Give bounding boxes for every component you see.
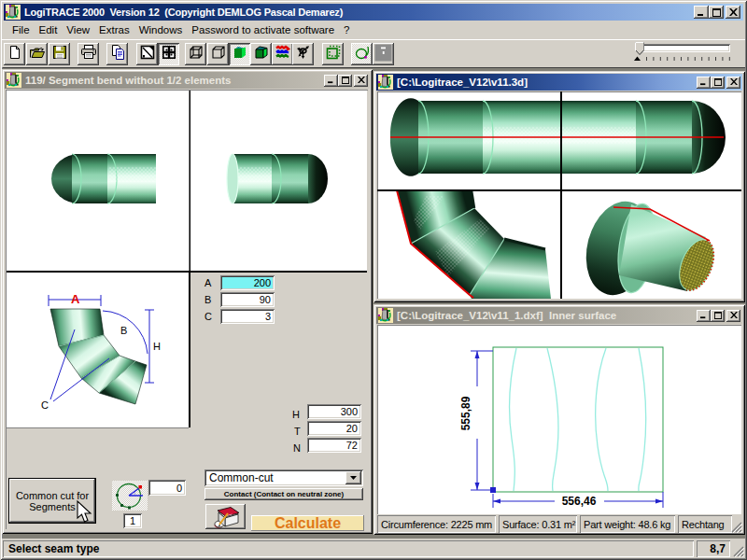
rotate-3d-icon xyxy=(296,45,311,63)
combo-value: Common-cut xyxy=(209,471,274,484)
win1-close-button[interactable] xyxy=(354,75,368,87)
win3-title: [C:\Logitrace_V12\v11_1.dxf] Inner surfa… xyxy=(397,310,616,321)
win1-diagram-canvas[interactable]: A B H C xyxy=(7,273,189,427)
menu-help[interactable]: ? xyxy=(339,22,354,38)
copy-icon xyxy=(110,45,125,63)
win2-close-button[interactable] xyxy=(726,77,740,89)
zoom-slider-track[interactable] xyxy=(639,44,730,52)
win2-maximize-button[interactable] xyxy=(711,77,725,89)
win2-content[interactable] xyxy=(377,91,741,299)
count-input[interactable]: 1 xyxy=(123,513,142,528)
win2-title-bar[interactable]: [C:\Logitrace_V12\v11.3d] xyxy=(376,74,742,91)
win3-status-surface: Surface: 0.31 m² xyxy=(499,515,577,533)
svg-text:555,89: 555,89 xyxy=(459,396,472,430)
cube-solid-button[interactable] xyxy=(250,43,272,65)
label-h: H xyxy=(292,409,300,420)
minimize-icon xyxy=(328,77,335,84)
minimize-button[interactable] xyxy=(694,6,709,19)
menu-file[interactable]: File xyxy=(7,22,35,38)
win1-minimize-button[interactable] xyxy=(324,75,338,87)
input-a[interactable]: 200 xyxy=(220,275,275,290)
single-view-button[interactable] xyxy=(136,43,158,65)
rotate-3d-button[interactable] xyxy=(292,43,314,65)
win3-title-bar[interactable]: [C:\Logitrace_V12\v11_1.dxf] Inner surfa… xyxy=(376,307,742,324)
app-logo-icon xyxy=(6,5,21,20)
win2-3d-views xyxy=(377,91,741,299)
copy-button[interactable] xyxy=(106,43,128,65)
unfold-ellipse-button[interactable] xyxy=(351,43,373,65)
input-n[interactable]: 72 xyxy=(307,438,361,453)
close-icon xyxy=(730,312,738,319)
angle-input[interactable]: 0 xyxy=(148,480,186,496)
cube-wireframe-button[interactable] xyxy=(185,43,206,65)
win1-elbow-diagram: A B H C xyxy=(7,273,189,427)
angle-circle-widget[interactable] xyxy=(112,481,148,511)
toolbar xyxy=(2,39,745,68)
cube-hidden-lines-button[interactable] xyxy=(207,43,229,65)
label-t: T xyxy=(294,426,301,437)
menu-windows[interactable]: Windows xyxy=(134,22,188,38)
four-pane-view-button[interactable] xyxy=(158,43,179,65)
menu-edit[interactable]: Edit xyxy=(35,22,63,38)
close-button[interactable] xyxy=(726,6,740,19)
maximize-icon xyxy=(712,8,721,17)
input-h[interactable]: 300 xyxy=(307,404,361,419)
zoom-region-button[interactable] xyxy=(322,43,344,65)
status-resize-grip[interactable] xyxy=(732,545,744,557)
caption-buttons xyxy=(697,74,740,91)
print-button[interactable] xyxy=(78,43,99,65)
save-button[interactable] xyxy=(49,43,70,65)
unfold-ellipse-icon xyxy=(355,45,370,63)
input-c[interactable]: 3 xyxy=(220,309,275,324)
win2-minimize-button[interactable] xyxy=(697,77,711,89)
win3-status-bar: Circumference: 2225 mm Surface: 0.31 m² … xyxy=(377,515,741,533)
material-waves-button[interactable] xyxy=(272,43,293,65)
win1-title-bar[interactable]: 119/ Segment bend without 1/2 elements xyxy=(5,72,370,89)
save-icon xyxy=(52,45,67,63)
maximize-button[interactable] xyxy=(709,6,724,19)
toggle-panel-icon xyxy=(374,44,392,65)
cube-solid-icon xyxy=(254,45,269,63)
menu-extras[interactable]: Extras xyxy=(94,22,134,38)
win3-resize-grip[interactable] xyxy=(730,521,742,533)
label-a: A xyxy=(204,277,211,288)
win3-icon xyxy=(378,308,393,323)
win3-maximize-button[interactable] xyxy=(711,310,725,322)
win1-divider-vertical xyxy=(189,273,190,427)
maximize-icon xyxy=(714,78,722,86)
notebook-button[interactable] xyxy=(205,504,246,529)
contact-button[interactable]: Contact (Contact on neutral zone) xyxy=(204,488,363,500)
mouse-cursor xyxy=(76,500,94,525)
close-icon xyxy=(730,78,738,86)
menu-view[interactable]: View xyxy=(62,22,94,38)
win1-canvas-bottom-edge xyxy=(7,427,189,428)
minimize-icon xyxy=(698,8,706,17)
cube-shaded-icon xyxy=(233,45,247,63)
svg-text:B: B xyxy=(120,325,127,336)
input-t[interactable]: 20 xyxy=(307,421,361,436)
win1-view-canvas[interactable] xyxy=(7,91,367,271)
combo-dropdown-arrow[interactable] xyxy=(345,471,361,484)
win2-icon xyxy=(378,75,393,90)
win3-minimize-button[interactable] xyxy=(697,310,711,322)
toggle-panel-button[interactable] xyxy=(373,43,394,65)
cube-shaded-button[interactable] xyxy=(229,43,250,65)
calculate-button[interactable]: Calculate xyxy=(251,515,364,531)
win3-content[interactable]: 555,89 556,46 xyxy=(377,325,741,514)
seam-type-combobox[interactable]: Common-cut xyxy=(204,469,363,486)
win3-close-button[interactable] xyxy=(726,310,740,322)
cube-wireframe-icon xyxy=(189,45,204,63)
open-button[interactable] xyxy=(26,43,48,65)
new-document-icon xyxy=(7,45,22,63)
caption-buttons xyxy=(324,72,368,89)
application-window: LogiTRACE 2000 Version 12 (Copyright DEM… xyxy=(0,0,747,560)
menu-password[interactable]: Password to activate software xyxy=(187,22,339,38)
new-document-button[interactable] xyxy=(4,43,25,65)
close-icon xyxy=(358,77,365,84)
win1-maximize-button[interactable] xyxy=(338,75,352,87)
main-title-bar: LogiTRACE 2000 Version 12 (Copyright DEM… xyxy=(4,4,743,21)
input-b[interactable]: 90 xyxy=(220,292,275,307)
svg-text:C: C xyxy=(41,399,49,411)
label-c: C xyxy=(204,311,212,322)
svg-text:A: A xyxy=(71,292,80,306)
